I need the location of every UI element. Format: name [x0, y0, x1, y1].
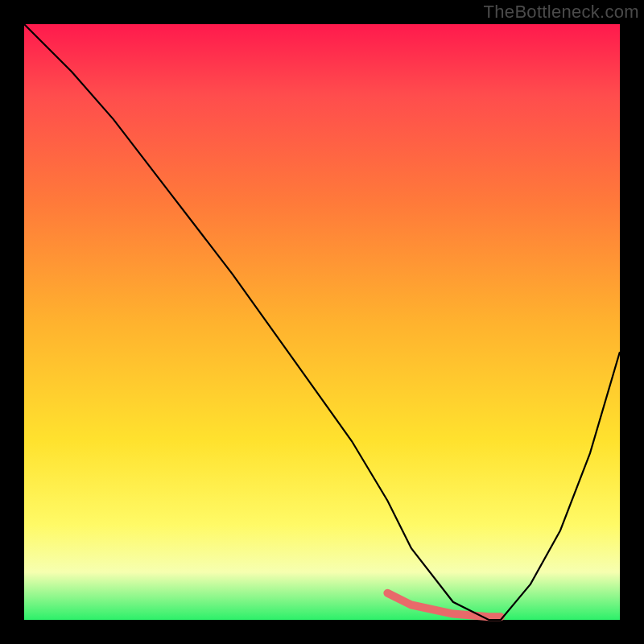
curve-layer	[24, 24, 620, 620]
main-curve	[24, 24, 620, 620]
plot-area	[24, 24, 620, 620]
chart-frame: TheBottleneck.com	[0, 0, 644, 644]
highlight-segment	[387, 593, 501, 617]
watermark-text: TheBottleneck.com	[484, 2, 639, 23]
